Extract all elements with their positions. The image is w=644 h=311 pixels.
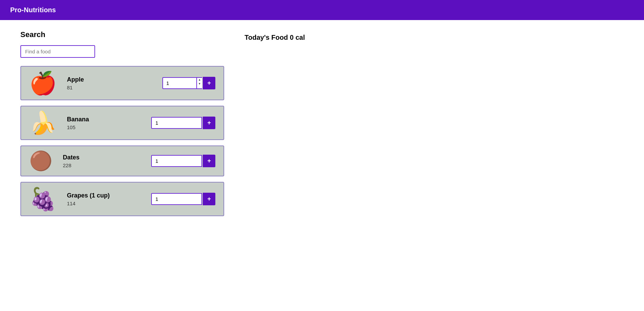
grapes-quantity-input[interactable] xyxy=(151,193,202,205)
grapes-add-button[interactable]: + xyxy=(203,193,215,205)
banana-name: Banana xyxy=(67,116,141,123)
grapes-image: 🍇 xyxy=(29,188,57,210)
right-panel: Today's Food 0 cal xyxy=(245,30,624,216)
left-panel: Search 🍎 Apple 81 ▲ ▼ xyxy=(20,30,224,216)
dates-name: Dates xyxy=(63,154,141,161)
dates-quantity-input[interactable] xyxy=(151,155,202,167)
grapes-calories: 114 xyxy=(67,201,141,206)
search-input[interactable] xyxy=(20,45,95,58)
dates-calories: 228 xyxy=(63,162,141,168)
today-food-title: Today's Food 0 cal xyxy=(245,34,624,41)
dates-add-button[interactable]: + xyxy=(203,155,215,167)
dates-controls: + xyxy=(151,155,215,167)
food-card-grapes: 🍇 Grapes (1 cup) 114 + xyxy=(20,182,224,216)
app-title: Pro-Nutritions xyxy=(10,6,56,14)
apple-info: Apple 81 xyxy=(67,76,152,90)
apple-calories: 81 xyxy=(67,85,152,90)
apple-image: 🍎 xyxy=(29,72,57,94)
food-list: 🍎 Apple 81 ▲ ▼ + xyxy=(20,66,224,216)
apple-quantity-input[interactable] xyxy=(162,77,196,89)
apple-increment[interactable]: ▲ xyxy=(197,78,202,82)
banana-add-button[interactable]: + xyxy=(203,117,215,129)
grapes-name: Grapes (1 cup) xyxy=(67,192,141,199)
dates-info: Dates 228 xyxy=(63,154,141,168)
apple-add-button[interactable]: + xyxy=(203,77,215,89)
search-section-title: Search xyxy=(20,30,224,39)
apple-controls: ▲ ▼ + xyxy=(162,77,215,89)
dates-image: 🟤 xyxy=(29,152,53,170)
banana-controls: + xyxy=(151,117,215,129)
banana-image: 🍌 xyxy=(29,112,57,134)
apple-name: Apple xyxy=(67,76,152,83)
grapes-controls: + xyxy=(151,193,215,205)
apple-decrement[interactable]: ▼ xyxy=(197,82,202,86)
food-card-apple: 🍎 Apple 81 ▲ ▼ + xyxy=(20,66,224,100)
food-card-dates: 🟤 Dates 228 + xyxy=(20,145,224,176)
banana-quantity-input[interactable] xyxy=(151,117,202,129)
grapes-info: Grapes (1 cup) 114 xyxy=(67,192,141,206)
banana-calories: 105 xyxy=(67,124,141,130)
apple-quantity-wrapper: ▲ ▼ xyxy=(162,77,202,89)
food-card-banana: 🍌 Banana 105 + xyxy=(20,106,224,140)
apple-spinner[interactable]: ▲ ▼ xyxy=(196,77,202,89)
banana-info: Banana 105 xyxy=(67,116,141,130)
